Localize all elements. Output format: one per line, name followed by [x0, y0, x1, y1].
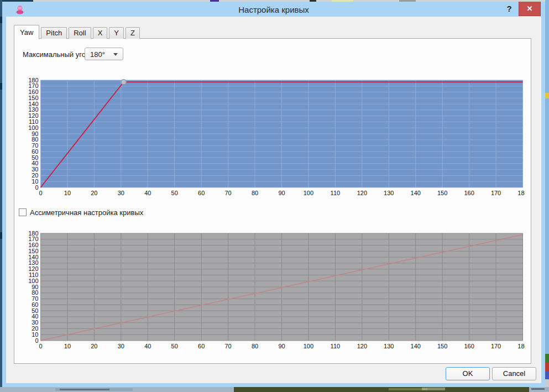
x-axis-tick-label: 20 — [91, 343, 97, 349]
y-axis-tick-label: 160 — [28, 242, 38, 248]
y-axis-tick-label: 90 — [32, 284, 38, 290]
y-axis-tick-label: 120 — [28, 265, 38, 272]
x-axis-tick-label: 20 — [91, 190, 97, 196]
x-axis-tick-label: 60 — [198, 343, 205, 349]
asymmetric-checkbox[interactable] — [19, 208, 27, 216]
y-axis-tick-label: 80 — [32, 136, 38, 143]
y-axis-tick-label: 180 — [28, 77, 38, 83]
tab-x[interactable]: X — [93, 27, 108, 39]
y-axis-tick-label: 0 — [35, 184, 38, 191]
x-axis-tick-label: 40 — [144, 343, 151, 349]
x-axis-tick-label: 170 — [491, 190, 501, 196]
x-axis-tick-label: 0 — [39, 190, 42, 196]
y-axis-tick-label: 170 — [28, 82, 38, 89]
x-axis-tick-label: 60 — [198, 190, 205, 196]
close-button[interactable]: ✕ — [519, 2, 541, 16]
close-icon: ✕ — [527, 4, 533, 13]
y-axis-tick-label: 150 — [28, 248, 38, 254]
tab-z[interactable]: Z — [126, 27, 140, 39]
tab-yaw[interactable]: Yaw — [14, 25, 39, 39]
y-axis-tick-label: 0 — [35, 337, 38, 344]
x-axis-tick-label: 10 — [64, 190, 71, 196]
cancel-button[interactable]: Cancel — [492, 367, 536, 380]
x-axis-tick-label: 30 — [118, 190, 124, 196]
y-axis-tick-label: 90 — [32, 130, 38, 137]
tab-bar: Yaw Pitch Roll X Y Z — [14, 24, 142, 39]
y-axis-tick-label: 170 — [28, 236, 38, 242]
x-axis-tick-label: 110 — [331, 190, 341, 196]
y-axis-tick-label: 50 — [32, 154, 38, 161]
y-axis-tick-label: 180 — [28, 230, 38, 237]
max-angle-dropdown[interactable]: 180° — [85, 48, 123, 60]
x-axis-tick-label: 160 — [464, 343, 474, 349]
y-axis-tick-label: 20 — [32, 325, 38, 332]
y-axis-tick-label: 100 — [28, 278, 38, 284]
y-axis-tick-label: 30 — [32, 166, 38, 173]
y-axis-tick-label: 60 — [32, 301, 38, 308]
titlebar[interactable]: Настройка кривых ? ✕ — [2, 2, 545, 17]
desktop-edge-bottom — [0, 387, 549, 392]
x-axis-tick-label: 0 — [39, 343, 42, 349]
y-axis-tick-label: 70 — [32, 295, 38, 302]
max-angle-value: 180° — [90, 50, 105, 59]
tab-roll[interactable]: Roll — [69, 27, 91, 39]
x-axis-tick-label: 150 — [437, 190, 447, 196]
chevron-down-icon — [113, 53, 118, 56]
asymmetric-checkbox-label: Ассиметричная настройка кривых — [30, 208, 143, 217]
desktop-edge-right — [545, 0, 549, 392]
x-axis-tick-label: 50 — [171, 190, 178, 196]
max-angle-label: Максимальный угол — [23, 50, 90, 59]
x-axis-tick-label: 160 — [464, 190, 474, 196]
x-axis-tick-label: 140 — [411, 343, 421, 349]
y-axis-tick-label: 140 — [28, 101, 38, 107]
y-axis-tick-label: 120 — [28, 112, 38, 119]
x-axis-tick-label: 90 — [278, 343, 285, 349]
y-axis-tick-label: 80 — [32, 289, 38, 296]
x-axis-tick-label: 70 — [224, 190, 231, 196]
y-axis-tick-label: 130 — [28, 106, 38, 113]
y-axis-tick-label: 10 — [32, 178, 38, 185]
x-axis-tick-label: 130 — [384, 343, 394, 349]
y-axis-tick-label: 130 — [28, 259, 38, 266]
x-axis-tick-label: 90 — [278, 190, 285, 196]
y-axis-tick-label: 160 — [28, 88, 38, 95]
y-axis-tick-label: 40 — [32, 313, 38, 320]
x-axis-tick-label: 50 — [171, 343, 178, 349]
mirrored-curve-chart[interactable]: 0102030405060708090100110120130140150160… — [19, 230, 525, 351]
x-axis-tick-label: 140 — [411, 190, 421, 196]
x-axis-tick-label: 30 — [118, 343, 124, 349]
curves-dialog-window: Настройка кривых ? ✕ Yaw Pitch Roll X Y … — [2, 2, 545, 387]
dialog-client-area: Yaw Pitch Roll X Y Z Максимальный угол 1… — [6, 17, 541, 383]
yaw-curve-chart[interactable]: 0102030405060708090100110120130140150160… — [19, 77, 525, 197]
x-axis-tick-label: 120 — [357, 190, 367, 196]
x-axis-tick-label: 150 — [437, 343, 447, 349]
y-axis-tick-label: 140 — [28, 254, 38, 260]
y-axis-tick-label: 10 — [32, 331, 38, 338]
curve-control-point[interactable] — [121, 80, 126, 85]
y-axis-tick-label: 110 — [29, 271, 39, 278]
y-axis-tick-label: 40 — [32, 160, 38, 166]
y-axis-tick-label: 100 — [28, 124, 38, 131]
x-axis-tick-label: 80 — [252, 190, 258, 196]
x-axis-tick-label: 130 — [384, 190, 394, 196]
ok-button[interactable]: OK — [446, 367, 490, 380]
y-axis-tick-label: 150 — [28, 95, 38, 101]
x-axis-tick-label: 110 — [331, 343, 341, 349]
y-axis-tick-label: 70 — [32, 142, 38, 149]
tab-y[interactable]: Y — [109, 27, 124, 39]
y-axis-tick-label: 30 — [32, 319, 38, 326]
x-axis-tick-label: 40 — [144, 190, 151, 196]
y-axis-tick-label: 20 — [32, 172, 38, 179]
y-axis-tick-label: 60 — [32, 148, 38, 155]
x-axis-tick-label: 120 — [357, 343, 367, 349]
tab-pitch[interactable]: Pitch — [41, 27, 67, 39]
tab-content-pane: Максимальный угол 180° 01020304050607080… — [14, 38, 531, 364]
x-axis-tick-label: 10 — [64, 343, 71, 349]
x-axis-tick-label: 70 — [224, 343, 231, 349]
x-axis-tick-label: 180 — [517, 190, 525, 196]
window-title: Настройка кривых — [2, 5, 545, 14]
x-axis-tick-label: 170 — [491, 343, 501, 349]
help-button[interactable]: ? — [504, 4, 514, 15]
y-axis-tick-label: 50 — [32, 307, 38, 314]
x-axis-tick-label: 100 — [304, 343, 313, 349]
